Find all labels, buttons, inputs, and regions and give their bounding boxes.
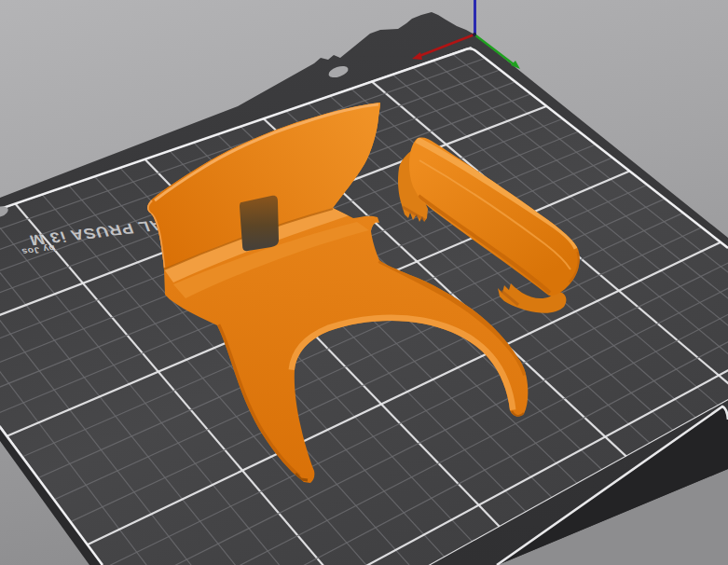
axis-origin-dot <box>473 33 476 36</box>
hook-fin-slot <box>240 196 279 252</box>
3d-viewport[interactable]: NAL PRUSA i3 M by Jos <box>0 0 728 565</box>
